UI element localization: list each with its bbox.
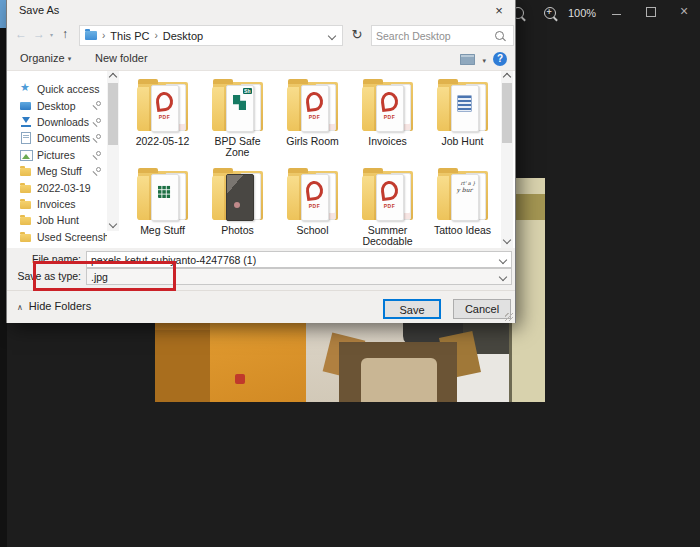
sidebar-scrollbar[interactable]: [107, 71, 119, 231]
sidebar-item-invoices[interactable]: Invoices: [7, 196, 107, 212]
zoom-level: 100%: [568, 7, 596, 19]
breadcrumb-dropdown-icon[interactable]: [328, 31, 336, 39]
sidebar-item-used-screenshot[interactable]: Used Screenshot: [7, 229, 107, 245]
photo-box: [155, 330, 210, 402]
file-label: 2022-05-12: [136, 136, 190, 147]
save-button[interactable]: Save: [383, 299, 441, 319]
organize-caret-icon: ▾: [68, 55, 72, 62]
file-grid-item[interactable]: Job Hunt: [425, 77, 500, 166]
breadcrumb-folder-icon: [85, 31, 97, 40]
sidebar-item-label: Downloads: [37, 116, 89, 128]
breadcrumb-desktop[interactable]: Desktop: [163, 30, 203, 42]
file-grid-item[interactable]: Girls Room: [275, 77, 350, 166]
scrollbar-thumb[interactable]: [108, 83, 118, 145]
save-as-type-value: .jpg: [87, 271, 500, 283]
file-grid: 2022-05-12 BPD Safe Zone Girls Room Invo…: [125, 71, 501, 250]
file-name-label: File name:: [7, 253, 81, 265]
photo-curtain-band: [512, 194, 545, 220]
folder-icon: [20, 182, 32, 194]
file-label: Invoices: [368, 136, 407, 147]
sidebar-item-pictures[interactable]: Pictures: [7, 147, 107, 163]
file-browser-area: Quick access Desktop Downloads Documents…: [7, 71, 515, 248]
sidebar-list: Quick access Desktop Downloads Documents…: [7, 71, 107, 248]
file-name-row: File name:: [7, 251, 515, 267]
scroll-up-icon[interactable]: [503, 73, 511, 81]
organize-button[interactable]: Organize▾: [20, 52, 71, 64]
recent-locations-icon[interactable]: ▾: [50, 31, 53, 38]
file-grid-item[interactable]: 2022-05-12: [125, 77, 200, 166]
views-caret-icon[interactable]: ▾: [482, 57, 486, 65]
hide-folders-button[interactable]: ∧Hide Folders: [17, 300, 91, 312]
file-label: Tattoo Ideas: [434, 225, 491, 236]
save-as-type-dropdown[interactable]: .jpg: [86, 268, 512, 285]
folder-icon: [20, 198, 32, 210]
file-label: School: [296, 225, 328, 236]
breadcrumb-separator: ›: [102, 30, 105, 41]
folder-icon: [20, 214, 32, 226]
pin-icon: [93, 101, 102, 110]
file-grid-item[interactable]: Tattoo Ideas: [425, 166, 500, 250]
toolbar: Organize▾ New folder ▾ ?: [7, 48, 515, 71]
scrollbar-thumb[interactable]: [502, 83, 512, 143]
new-folder-button[interactable]: New folder: [95, 52, 148, 64]
save-as-type-row: Save as type: .jpg: [7, 268, 515, 284]
scroll-down-icon[interactable]: [109, 220, 117, 228]
pin-icon: [93, 118, 102, 127]
file-name-combo[interactable]: [86, 251, 512, 268]
chevron-up-icon: ∧: [17, 303, 23, 312]
file-grid-item[interactable]: Meg Stuff: [125, 166, 200, 250]
app-close-icon[interactable]: ×: [680, 3, 688, 19]
folder-pdf-icon: [362, 77, 414, 133]
maximize-icon[interactable]: [646, 7, 656, 17]
refresh-icon[interactable]: ↻: [347, 26, 367, 44]
file-label: Photos: [221, 225, 254, 236]
sidebar-item-downloads[interactable]: Downloads: [7, 114, 107, 130]
sidebar-item-documents[interactable]: Documents: [7, 130, 107, 146]
folder-excel-icon: [137, 166, 189, 222]
up-icon[interactable]: ↑: [62, 27, 68, 41]
back-icon[interactable]: ←: [15, 27, 27, 41]
sidebar-item-meg-stuff[interactable]: Meg Stuff: [7, 163, 107, 179]
photo-box-contents: [361, 358, 437, 402]
sidebar-item-quick-access[interactable]: Quick access: [7, 81, 107, 97]
sidebar-item-label: 2022-03-19: [37, 182, 91, 194]
forward-icon[interactable]: →: [33, 27, 45, 41]
file-name-input[interactable]: [87, 254, 500, 266]
file-grid-item[interactable]: Summer Decodable: [350, 166, 425, 250]
search-box[interactable]: [371, 25, 514, 46]
chevron-down-icon[interactable]: [499, 255, 507, 263]
file-grid-item[interactable]: Photos: [200, 166, 275, 250]
sidebar-item-2022-03-19[interactable]: 2022-03-19: [7, 179, 107, 195]
zoom-in-icon[interactable]: +: [544, 7, 556, 19]
views-icon[interactable]: [460, 54, 475, 65]
pin-icon: [93, 167, 102, 176]
resize-grip[interactable]: [505, 313, 513, 321]
folder-pdf-icon: [137, 77, 189, 133]
photo-box-mark: [235, 374, 245, 384]
sidebar-item-label: Meg Stuff: [37, 165, 82, 177]
file-label: Meg Stuff: [140, 225, 185, 236]
cancel-button[interactable]: Cancel: [453, 299, 511, 319]
dialog-titlebar[interactable]: Save As ×: [7, 0, 515, 22]
sidebar-item-desktop[interactable]: Desktop: [7, 97, 107, 113]
file-grid-item[interactable]: BPD Safe Zone: [200, 77, 275, 166]
file-label: BPD Safe Zone: [202, 136, 274, 158]
file-grid-item[interactable]: School: [275, 166, 350, 250]
pin-icon: [93, 151, 102, 160]
help-icon[interactable]: ?: [493, 52, 507, 66]
pictures-icon: [20, 149, 32, 161]
search-input[interactable]: [372, 30, 495, 42]
star-icon: [20, 83, 32, 95]
breadcrumb-this-pc[interactable]: This PC: [110, 30, 149, 42]
search-icon: [495, 31, 504, 40]
minimize-icon[interactable]: [612, 14, 621, 15]
scroll-down-icon[interactable]: [503, 236, 511, 244]
filelist-scrollbar[interactable]: [501, 71, 513, 248]
folder-pdf-icon: [287, 166, 339, 222]
file-grid-item[interactable]: Invoices: [350, 77, 425, 166]
scroll-up-icon[interactable]: [109, 73, 117, 81]
sidebar-item-job-hunt[interactable]: Job Hunt: [7, 212, 107, 228]
chevron-down-icon[interactable]: [499, 272, 507, 280]
dialog-close-button[interactable]: ×: [488, 2, 510, 20]
breadcrumb[interactable]: › This PC › Desktop: [79, 25, 343, 46]
